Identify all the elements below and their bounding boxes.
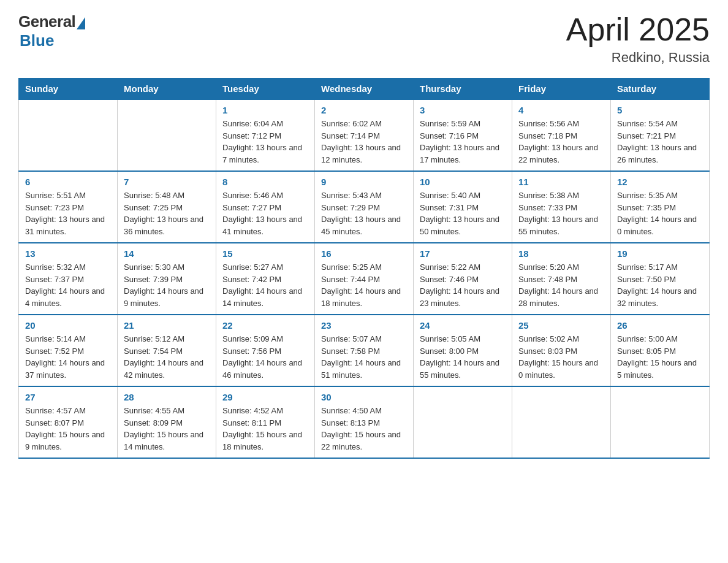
day-number: 29 (222, 392, 308, 402)
day-info: Sunrise: 5:07 AMSunset: 7:58 PMDaylight:… (321, 333, 407, 381)
day-info: Sunrise: 5:56 AMSunset: 7:18 PMDaylight:… (518, 118, 604, 166)
day-number: 21 (124, 320, 210, 331)
calendar-cell: 8Sunrise: 5:46 AMSunset: 7:27 PMDaylight… (216, 171, 315, 243)
calendar-cell (611, 386, 710, 458)
calendar-cell: 7Sunrise: 5:48 AMSunset: 7:25 PMDaylight… (118, 171, 216, 243)
day-number: 22 (222, 320, 308, 331)
day-number: 7 (124, 177, 210, 187)
calendar-cell (512, 386, 611, 458)
day-number: 4 (518, 105, 604, 115)
calendar-cell: 25Sunrise: 5:02 AMSunset: 8:03 PMDayligh… (512, 315, 611, 386)
day-info: Sunrise: 6:04 AMSunset: 7:12 PMDaylight:… (222, 118, 308, 166)
day-number: 13 (25, 248, 111, 259)
day-info: Sunrise: 5:59 AMSunset: 7:16 PMDaylight:… (420, 118, 506, 166)
day-info: Sunrise: 5:02 AMSunset: 8:03 PMDaylight:… (518, 333, 604, 381)
day-info: Sunrise: 5:30 AMSunset: 7:39 PMDaylight:… (124, 261, 210, 309)
calendar-week-row: 27Sunrise: 4:57 AMSunset: 8:07 PMDayligh… (19, 386, 710, 458)
calendar-cell: 27Sunrise: 4:57 AMSunset: 8:07 PMDayligh… (19, 386, 118, 458)
weekday-header-sunday: Sunday (19, 79, 118, 100)
calendar-cell: 28Sunrise: 4:55 AMSunset: 8:09 PMDayligh… (118, 386, 216, 458)
day-number: 16 (321, 248, 407, 259)
day-number: 18 (518, 248, 604, 259)
weekday-header-wednesday: Wednesday (315, 79, 414, 100)
day-info: Sunrise: 5:27 AMSunset: 7:42 PMDaylight:… (222, 261, 308, 309)
day-number: 12 (617, 177, 703, 187)
month-year-title: April 2025 (566, 12, 710, 47)
day-info: Sunrise: 4:55 AMSunset: 8:09 PMDaylight:… (124, 405, 210, 453)
calendar-cell: 30Sunrise: 4:50 AMSunset: 8:13 PMDayligh… (315, 386, 414, 458)
logo: General Blue (18, 12, 85, 50)
day-info: Sunrise: 5:20 AMSunset: 7:48 PMDaylight:… (518, 261, 604, 309)
calendar-cell: 20Sunrise: 5:14 AMSunset: 7:52 PMDayligh… (19, 315, 118, 386)
day-number: 24 (420, 320, 506, 331)
calendar-cell: 22Sunrise: 5:09 AMSunset: 7:56 PMDayligh… (216, 315, 315, 386)
calendar-cell: 1Sunrise: 6:04 AMSunset: 7:12 PMDaylight… (216, 99, 315, 171)
day-info: Sunrise: 5:38 AMSunset: 7:33 PMDaylight:… (518, 190, 604, 237)
day-number: 27 (25, 392, 111, 402)
day-info: Sunrise: 4:52 AMSunset: 8:11 PMDaylight:… (222, 405, 308, 453)
day-number: 8 (222, 177, 308, 187)
calendar-cell: 18Sunrise: 5:20 AMSunset: 7:48 PMDayligh… (512, 243, 611, 315)
day-number: 26 (617, 320, 703, 331)
day-info: Sunrise: 5:40 AMSunset: 7:31 PMDaylight:… (420, 190, 506, 237)
calendar-cell: 23Sunrise: 5:07 AMSunset: 7:58 PMDayligh… (315, 315, 414, 386)
day-info: Sunrise: 6:02 AMSunset: 7:14 PMDaylight:… (321, 118, 407, 166)
calendar-cell: 5Sunrise: 5:54 AMSunset: 7:21 PMDaylight… (611, 99, 710, 171)
weekday-header-friday: Friday (512, 79, 611, 100)
calendar-cell: 17Sunrise: 5:22 AMSunset: 7:46 PMDayligh… (414, 243, 512, 315)
calendar-cell: 9Sunrise: 5:43 AMSunset: 7:29 PMDaylight… (315, 171, 414, 243)
logo-general-text: General (18, 12, 75, 31)
calendar-cell: 19Sunrise: 5:17 AMSunset: 7:50 PMDayligh… (611, 243, 710, 315)
day-number: 30 (321, 392, 407, 402)
day-info: Sunrise: 5:05 AMSunset: 8:00 PMDaylight:… (420, 333, 506, 381)
calendar-cell: 4Sunrise: 5:56 AMSunset: 7:18 PMDaylight… (512, 99, 611, 171)
calendar-cell: 10Sunrise: 5:40 AMSunset: 7:31 PMDayligh… (414, 171, 512, 243)
calendar-cell: 6Sunrise: 5:51 AMSunset: 7:23 PMDaylight… (19, 171, 118, 243)
day-number: 3 (420, 105, 506, 115)
calendar-cell (118, 99, 216, 171)
day-number: 19 (617, 248, 703, 259)
day-number: 20 (25, 320, 111, 331)
day-number: 11 (518, 177, 604, 187)
calendar-week-row: 20Sunrise: 5:14 AMSunset: 7:52 PMDayligh… (19, 315, 710, 386)
page-header: General Blue April 2025 Redkino, Russia (18, 12, 710, 66)
calendar-cell: 24Sunrise: 5:05 AMSunset: 8:00 PMDayligh… (414, 315, 512, 386)
location-title: Redkino, Russia (566, 50, 710, 66)
weekday-header-monday: Monday (118, 79, 216, 100)
calendar-cell: 11Sunrise: 5:38 AMSunset: 7:33 PMDayligh… (512, 171, 611, 243)
weekday-header-row: SundayMondayTuesdayWednesdayThursdayFrid… (19, 79, 710, 100)
day-number: 23 (321, 320, 407, 331)
day-info: Sunrise: 5:12 AMSunset: 7:54 PMDaylight:… (124, 333, 210, 381)
day-info: Sunrise: 5:54 AMSunset: 7:21 PMDaylight:… (617, 118, 703, 166)
day-info: Sunrise: 5:17 AMSunset: 7:50 PMDaylight:… (617, 261, 703, 309)
calendar-cell: 14Sunrise: 5:30 AMSunset: 7:39 PMDayligh… (118, 243, 216, 315)
calendar-cell: 16Sunrise: 5:25 AMSunset: 7:44 PMDayligh… (315, 243, 414, 315)
weekday-header-thursday: Thursday (414, 79, 512, 100)
calendar-cell: 3Sunrise: 5:59 AMSunset: 7:16 PMDaylight… (414, 99, 512, 171)
calendar-cell: 2Sunrise: 6:02 AMSunset: 7:14 PMDaylight… (315, 99, 414, 171)
day-info: Sunrise: 5:35 AMSunset: 7:35 PMDaylight:… (617, 190, 703, 237)
calendar-cell: 21Sunrise: 5:12 AMSunset: 7:54 PMDayligh… (118, 315, 216, 386)
weekday-header-tuesday: Tuesday (216, 79, 315, 100)
calendar-cell: 26Sunrise: 5:00 AMSunset: 8:05 PMDayligh… (611, 315, 710, 386)
day-info: Sunrise: 5:14 AMSunset: 7:52 PMDaylight:… (25, 333, 111, 381)
logo-triangle-icon (77, 17, 85, 29)
day-info: Sunrise: 5:48 AMSunset: 7:25 PMDaylight:… (124, 190, 210, 237)
weekday-header-saturday: Saturday (611, 79, 710, 100)
calendar-cell: 15Sunrise: 5:27 AMSunset: 7:42 PMDayligh… (216, 243, 315, 315)
day-info: Sunrise: 5:22 AMSunset: 7:46 PMDaylight:… (420, 261, 506, 309)
day-number: 10 (420, 177, 506, 187)
day-number: 17 (420, 248, 506, 259)
day-number: 15 (222, 248, 308, 259)
day-number: 28 (124, 392, 210, 402)
day-info: Sunrise: 5:25 AMSunset: 7:44 PMDaylight:… (321, 261, 407, 309)
day-number: 5 (617, 105, 703, 115)
day-info: Sunrise: 5:43 AMSunset: 7:29 PMDaylight:… (321, 190, 407, 237)
calendar-cell: 12Sunrise: 5:35 AMSunset: 7:35 PMDayligh… (611, 171, 710, 243)
day-info: Sunrise: 4:50 AMSunset: 8:13 PMDaylight:… (321, 405, 407, 453)
day-number: 9 (321, 177, 407, 187)
day-number: 1 (222, 105, 308, 115)
day-info: Sunrise: 5:00 AMSunset: 8:05 PMDaylight:… (617, 333, 703, 381)
day-number: 25 (518, 320, 604, 331)
calendar-cell (414, 386, 512, 458)
